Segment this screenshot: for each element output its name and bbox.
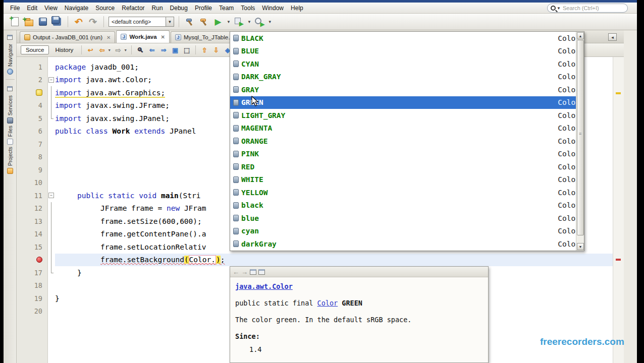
completion-item-blue[interactable]: BLUEColor	[230, 45, 584, 58]
completion-item-darkgray[interactable]: darkGrayColor	[230, 237, 584, 251]
javadoc-type-link[interactable]: Color	[317, 299, 338, 307]
menu-item-edit[interactable]: Edit	[23, 3, 41, 13]
completion-item-magenta[interactable]: MAGENTAColor	[230, 122, 584, 135]
menu-item-refactor[interactable]: Refactor	[118, 3, 148, 13]
completion-item-white[interactable]: WHITEColor	[230, 173, 584, 187]
scroll-up-icon[interactable]: ▲	[577, 32, 584, 39]
tab-scroll-left-button[interactable]: ◂	[608, 33, 617, 41]
clean-build-icon[interactable]	[198, 16, 210, 28]
line-number[interactable]: 10	[17, 176, 47, 190]
completion-item-black[interactable]: blackColor	[230, 199, 584, 212]
debug-project-icon[interactable]: ▶	[233, 16, 245, 28]
find-next-icon[interactable]: ⇒	[158, 45, 169, 55]
undo-icon[interactable]: ↶	[73, 16, 85, 28]
error-mark[interactable]	[616, 259, 621, 261]
chevron-down-icon[interactable]: ▼	[227, 20, 231, 24]
javadoc-class-link[interactable]: java.awt.Color	[235, 282, 293, 290]
line-number[interactable]: 15	[17, 240, 47, 254]
completion-item-cyan[interactable]: CYANColor	[230, 57, 584, 71]
completion-item-pink[interactable]: PINKColor	[230, 148, 584, 161]
chevron-down-icon[interactable]: ▼	[124, 48, 127, 52]
line-number[interactable]: 11	[17, 189, 47, 202]
completion-item-green[interactable]: GREENColor	[230, 96, 584, 109]
scroll-down-icon[interactable]: ▼	[577, 243, 584, 250]
last-edit-icon[interactable]: ↩	[85, 45, 95, 55]
line-number[interactable]: 4	[17, 99, 47, 112]
forward-icon[interactable]: ⇨	[113, 45, 123, 55]
menu-item-help[interactable]: Help	[287, 3, 307, 13]
line-number[interactable]: 9	[17, 163, 47, 176]
line-number[interactable]: 12	[17, 202, 47, 215]
sidebar-item-files[interactable]: Files	[7, 126, 13, 137]
completion-item-light_gray[interactable]: LIGHT_GRAYColor	[230, 109, 584, 122]
menu-item-view[interactable]: View	[41, 3, 61, 13]
line-number[interactable]: 1	[17, 60, 47, 74]
code-fold-column[interactable]: −−	[48, 57, 55, 363]
open-project-icon[interactable]	[37, 16, 49, 28]
menu-item-run[interactable]: Run	[148, 3, 167, 13]
find-selection-icon[interactable]: 🔍︎	[135, 45, 145, 55]
back-icon[interactable]: ←	[233, 269, 239, 275]
completion-item-black[interactable]: BLACKColor	[230, 32, 584, 45]
completion-item-yellow[interactable]: YELLOWColor	[230, 186, 584, 199]
completion-item-cyan[interactable]: cyanColor	[230, 225, 584, 238]
window-restore-icon[interactable]	[7, 35, 13, 40]
menu-item-debug[interactable]: Debug	[167, 3, 191, 13]
redo-icon[interactable]: ↷	[87, 16, 99, 28]
tab-work-java[interactable]: J Work.java ✕	[116, 30, 170, 43]
line-number[interactable]: 7	[17, 138, 47, 151]
new-file-icon[interactable]	[9, 16, 21, 28]
menu-item-profile[interactable]: Profile	[191, 3, 216, 13]
config-select[interactable]: <default config> ▼	[109, 17, 174, 27]
search-input[interactable]: ▼ Search (Ctrl+I)	[547, 4, 628, 13]
code-line[interactable]: frame.setBackground(Color.);	[55, 254, 613, 267]
save-all-icon[interactable]	[51, 16, 63, 28]
chevron-down-icon[interactable]: ▼	[557, 6, 561, 11]
chevron-down-icon[interactable]: ▼	[247, 20, 251, 24]
next-bookmark-icon[interactable]: ⇩	[211, 45, 221, 55]
scrollbar-thumb[interactable]	[577, 40, 584, 235]
menu-item-source[interactable]: Source	[92, 3, 118, 13]
select-occurrence-icon[interactable]: ⬚	[182, 45, 192, 55]
close-icon[interactable]: ✕	[161, 34, 165, 40]
open-browser-icon[interactable]	[258, 269, 265, 275]
completion-item-red[interactable]: REDColor	[230, 160, 584, 173]
sidebar-item-navigator[interactable]: Navigator	[7, 44, 13, 67]
show-external-icon[interactable]	[250, 269, 256, 275]
menu-item-navigate[interactable]: Navigate	[61, 3, 92, 13]
sidebar-item-services[interactable]: Services	[7, 95, 13, 115]
completion-scrollbar[interactable]: ▲ ▼	[576, 32, 584, 251]
new-project-icon[interactable]	[23, 16, 35, 28]
history-view-button[interactable]: History	[50, 45, 78, 54]
line-number[interactable]: 5	[17, 112, 47, 125]
chevron-down-icon[interactable]: ▼	[108, 48, 111, 52]
previous-bookmark-icon[interactable]: ⇧	[199, 45, 209, 55]
find-previous-icon[interactable]: ⇐	[147, 45, 157, 55]
completion-item-blue[interactable]: blueColor	[230, 212, 584, 225]
warning-bulb-icon[interactable]	[17, 86, 47, 99]
completion-item-dark_gray[interactable]: DARK_GRAYColor	[230, 71, 584, 84]
close-icon[interactable]: ✕	[106, 35, 111, 40]
breakpoint-icon[interactable]	[17, 254, 47, 267]
menu-item-tools[interactable]: Tools	[237, 3, 258, 13]
completion-item-gray[interactable]: GRAYColor	[230, 83, 584, 96]
completion-list[interactable]: BLACKColorBLUEColorCYANColorDARK_GRAYCol…	[230, 32, 584, 251]
menu-item-team[interactable]: Team	[216, 3, 237, 13]
forward-icon[interactable]: →	[241, 269, 248, 275]
fold-marker[interactable]: −	[48, 189, 55, 202]
source-view-button[interactable]: Source	[21, 45, 49, 54]
line-number[interactable]: 14	[17, 228, 47, 241]
chevron-down-icon[interactable]: ▼	[166, 17, 174, 26]
line-number[interactable]: 2	[17, 74, 47, 87]
line-number[interactable]: 20	[17, 305, 47, 318]
profile-project-icon[interactable]: ▶	[253, 16, 265, 28]
line-number[interactable]: 18	[17, 279, 47, 292]
line-number[interactable]: 19	[17, 292, 47, 305]
menu-item-file[interactable]: File	[7, 3, 23, 13]
back-icon[interactable]: ⇦	[97, 45, 107, 55]
line-number[interactable]: 13	[17, 215, 47, 228]
build-project-icon[interactable]	[184, 16, 196, 28]
tab-output[interactable]: Output - JavaDB_001 (run) ✕	[20, 31, 115, 43]
run-project-icon[interactable]: ▶	[212, 16, 224, 28]
line-number[interactable]: 6	[17, 125, 47, 138]
